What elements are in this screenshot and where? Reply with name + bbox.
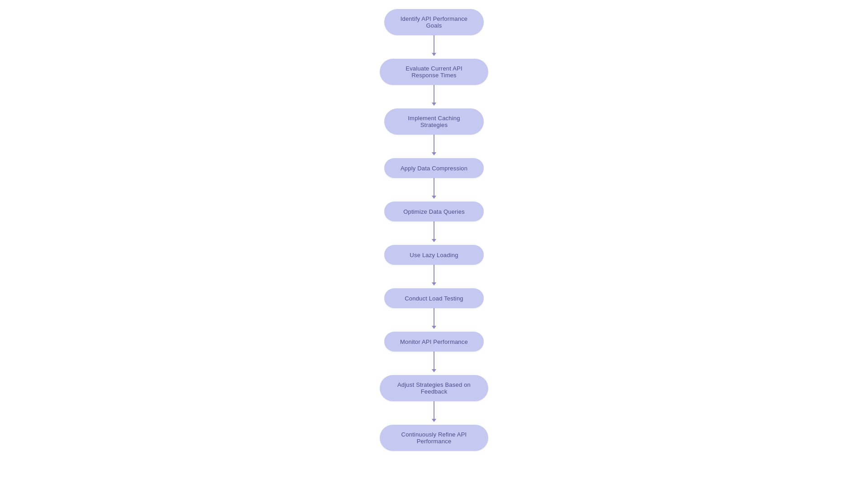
- arrow-9: [432, 401, 436, 425]
- node-continuously-refine: Continuously Refine API Performance: [380, 425, 488, 451]
- arrow-3: [432, 135, 436, 158]
- node-apply-compression: Apply Data Compression: [384, 158, 484, 178]
- node-implement-caching: Implement Caching Strategies: [384, 108, 484, 135]
- arrow-7: [432, 308, 436, 332]
- arrow-2: [432, 85, 436, 108]
- node-optimize-queries: Optimize Data Queries: [384, 202, 484, 221]
- flowchart: Identify API Performance Goals Evaluate …: [366, 0, 502, 469]
- node-adjust-strategies: Adjust Strategies Based on Feedback: [380, 375, 488, 401]
- node-identify-goals: Identify API Performance Goals: [384, 9, 484, 35]
- arrow-4: [432, 178, 436, 202]
- arrow-6: [432, 265, 436, 288]
- arrow-1: [432, 35, 436, 59]
- arrow-8: [432, 352, 436, 375]
- node-monitor-performance: Monitor API Performance: [384, 332, 484, 352]
- node-lazy-loading: Use Lazy Loading: [384, 245, 484, 265]
- arrow-5: [432, 221, 436, 245]
- node-evaluate-response: Evaluate Current API Response Times: [380, 59, 488, 85]
- node-load-testing: Conduct Load Testing: [384, 288, 484, 308]
